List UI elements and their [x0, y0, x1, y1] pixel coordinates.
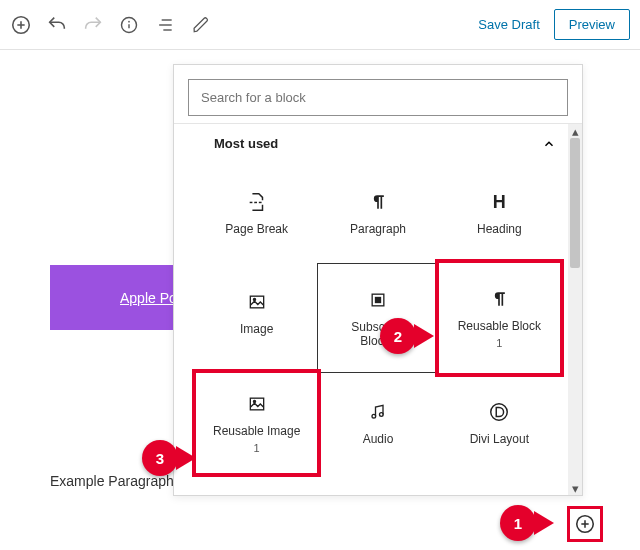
top-toolbar: Save Draft Preview [0, 0, 640, 50]
block-audio[interactable]: Audio [317, 373, 438, 473]
inserter-scrollbar[interactable]: ▴ ▾ [568, 124, 582, 495]
section-title: Most used [214, 136, 278, 151]
block-subscribe-blocks[interactable]: Subscribe Blocks [317, 263, 438, 373]
block-paragraph[interactable]: Paragraph [317, 163, 438, 263]
block-reusable-image[interactable]: Reusable Image 1 [196, 373, 317, 473]
subscribe-icon [366, 288, 390, 312]
svg-point-22 [379, 413, 383, 417]
paragraph-icon [487, 287, 511, 311]
block-page-break[interactable]: Page Break [196, 163, 317, 263]
divi-icon [487, 400, 511, 424]
section-most-used[interactable]: Most used [174, 124, 582, 163]
edit-icon[interactable] [190, 14, 212, 36]
block-label: Reusable Image [213, 424, 300, 438]
block-grid: Page Break Paragraph H Heading Im [174, 163, 582, 483]
svg-point-21 [372, 414, 376, 418]
svg-point-5 [128, 20, 130, 22]
save-draft-link[interactable]: Save Draft [478, 17, 539, 32]
editor-frame: Save Draft Preview Apple Podc Example Pa… [0, 0, 640, 550]
svg-point-16 [253, 298, 255, 300]
svg-point-23 [491, 404, 508, 421]
block-heading[interactable]: H Heading [439, 163, 560, 263]
scrollbar-thumb[interactable] [570, 138, 580, 268]
inserter-scroll: Most used Page Break Paragraph [174, 123, 582, 495]
svg-rect-15 [250, 296, 263, 308]
add-block-icon[interactable] [10, 14, 32, 36]
search-input[interactable] [188, 79, 568, 116]
block-label: Divi Layout [470, 432, 529, 446]
bottom-add-button[interactable] [567, 506, 603, 542]
block-sub: 1 [496, 337, 502, 349]
paragraph-icon [366, 190, 390, 214]
block-reusable-block[interactable]: Reusable Block 1 [439, 263, 560, 373]
image-icon [245, 290, 269, 314]
block-divi-layout[interactable]: Divi Layout [439, 373, 560, 473]
preview-button[interactable]: Preview [554, 9, 630, 40]
svg-rect-19 [250, 398, 263, 410]
outline-icon[interactable] [154, 14, 176, 36]
block-label: Paragraph [350, 222, 406, 236]
block-label: Subscribe Blocks [343, 320, 413, 348]
scroll-up-icon[interactable]: ▴ [568, 124, 582, 138]
block-label: Audio [363, 432, 394, 446]
block-label: Heading [477, 222, 522, 236]
svg-point-20 [253, 400, 255, 402]
block-label: Reusable Block [458, 319, 541, 333]
scroll-down-icon[interactable]: ▾ [568, 481, 582, 495]
example-paragraph[interactable]: Example Paragraph [50, 473, 174, 489]
heading-icon: H [487, 190, 511, 214]
chevron-up-icon [542, 137, 556, 151]
block-inserter-panel: Most used Page Break Paragraph [173, 64, 583, 496]
redo-icon [82, 14, 104, 36]
block-sub: 1 [254, 442, 260, 454]
block-label: Page Break [225, 222, 288, 236]
svg-rect-18 [375, 298, 380, 303]
info-icon[interactable] [118, 14, 140, 36]
image-icon [245, 392, 269, 416]
block-image[interactable]: Image [196, 263, 317, 363]
page-break-icon [245, 190, 269, 214]
block-label: Image [240, 322, 273, 336]
audio-icon [366, 400, 390, 424]
undo-icon[interactable] [46, 14, 68, 36]
